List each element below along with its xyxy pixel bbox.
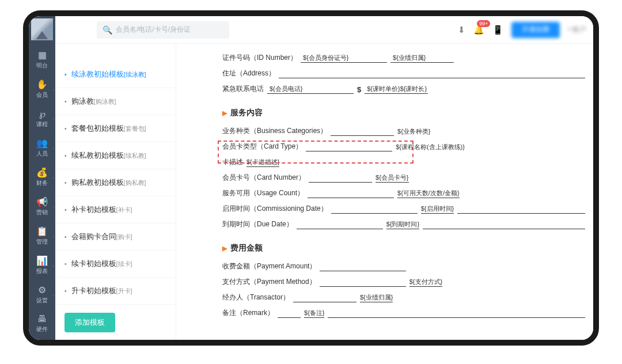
course-icon: ℘ — [29, 108, 55, 119]
download-icon[interactable]: ⬇ — [458, 25, 465, 35]
row-transactor: 经办人（Transactor） ${业绩归属} — [222, 293, 585, 302]
template-sidebar: 续泳教初始模板[续泳教] 购泳教[购泳教] 套餐包初始模板[套餐包] 续私教初始… — [55, 44, 176, 340]
main-sidebar: ▦明台 ✋会员› ℘课程› 👥人员› 💰财务› 📢营销› 📋管理› 📊报表› ⚙… — [29, 16, 55, 340]
section-fee: 费用金额 — [222, 243, 585, 253]
clipboard-icon: 📋 — [29, 226, 55, 237]
template-item[interactable]: 续泳教初始模板[续泳教] — [55, 61, 176, 88]
row-card-number: 会员卡号（Card Number） ${会员卡号} — [222, 173, 585, 183]
row-due-date: 到期时间（Due Date） ${到期时间} — [222, 219, 585, 229]
nav-finance[interactable]: 💰财务› — [29, 162, 55, 192]
row-card-description: 卡描述 ${卡道描述} — [222, 157, 585, 167]
chart-icon: 📊 — [29, 255, 55, 266]
subscribe-button[interactable]: 开通续费 — [511, 22, 560, 38]
printer-icon: 🖶 — [29, 314, 55, 324]
nav-member[interactable]: ✋会员› — [29, 74, 55, 104]
nav-hardware[interactable]: 🖶硬件 — [29, 309, 55, 338]
row-emergency: 紧急联系电话 ${会员电话} $ ${课时单价}${课时长} — [222, 84, 585, 94]
nav-manage[interactable]: 📋管理› — [29, 221, 55, 251]
people-icon: 👥 — [29, 138, 55, 149]
form-content[interactable]: 证件号码（ID Number） ${会员身份证号} ${业绩归属} 住址（Add… — [176, 44, 593, 340]
template-item[interactable]: 续卡初始模板[续卡] — [55, 251, 176, 278]
row-address: 住址（Address） — [222, 69, 585, 78]
notification-badge: 99+ — [477, 20, 490, 27]
bell-icon[interactable]: 🔔99+ — [473, 25, 484, 35]
gear-icon: ⚙ — [29, 285, 55, 295]
nav-course[interactable]: ℘课程› — [29, 104, 55, 133]
search-icon: 🔍 — [103, 25, 112, 35]
megaphone-icon: 📢 — [29, 196, 55, 207]
template-item[interactable]: 会籍购卡合同[购卡] — [55, 223, 176, 251]
row-card-type: 会员卡类型（Card Type） ${课程名称(含上课教练)} — [222, 142, 585, 151]
row-usage-count: 服务可用（Usage Count） ${可用天数/次数/金额} — [222, 188, 585, 198]
search-input[interactable]: 🔍 会员名/电话/卡号/身份证 — [97, 21, 229, 39]
hand-icon: ✋ — [29, 79, 55, 90]
user-menu[interactable]: • 账户 — [568, 25, 586, 35]
nav-report[interactable]: 📊报表› — [29, 251, 55, 280]
row-payment-method: 支付方式（Payment Method） ${支付方式} — [222, 277, 585, 287]
row-business-category: 业务种类（Business Categories） ${业务种类} — [222, 126, 585, 136]
row-payment-amount: 收费金额（Payment Amount） — [222, 261, 585, 271]
template-item[interactable]: 购泳教[购泳教] — [55, 88, 176, 115]
template-item[interactable]: 升卡初始模板[升卡] — [55, 278, 176, 305]
nav-dashboard[interactable]: ▦明台 — [29, 45, 55, 74]
template-item[interactable]: 套餐包初始模板[套餐包] — [55, 115, 176, 142]
nav-settings[interactable]: ⚙设置› — [29, 280, 55, 309]
tablet-frame: ▦明台 ✋会员› ℘课程› 👥人员› 💰财务› 📢营销› 📋管理› 📊报表› ⚙… — [23, 10, 599, 346]
nav-staff[interactable]: 👥人员› — [29, 133, 55, 162]
avatar[interactable] — [31, 18, 53, 40]
add-template-button[interactable]: 添加模板 — [65, 313, 115, 332]
template-item[interactable]: 补卡初始模板[补卡] — [55, 196, 176, 223]
row-commission-date: 启用时间（Commissioning Date） ${启用时间} — [222, 204, 585, 214]
nav-marketing[interactable]: 📢营销› — [29, 192, 55, 221]
topbar: 🔍 会员名/电话/卡号/身份证 ⬇ 🔔99+ 📱 开通续费 • 账户 — [55, 16, 593, 44]
template-item[interactable]: 续私教初始模板[续私教] — [55, 142, 176, 169]
section-service: 服务内容 — [222, 108, 585, 118]
row-remark: 备注（Remark） ${备注} — [222, 308, 585, 318]
money-icon: 💰 — [29, 167, 55, 178]
template-item[interactable]: 购私教初始模板[购私教] — [55, 169, 176, 196]
grid-icon: ▦ — [29, 50, 55, 60]
phone-icon[interactable]: 📱 — [492, 25, 503, 35]
row-id-number: 证件号码（ID Number） ${会员身份证号} ${业绩归属} — [222, 53, 585, 63]
